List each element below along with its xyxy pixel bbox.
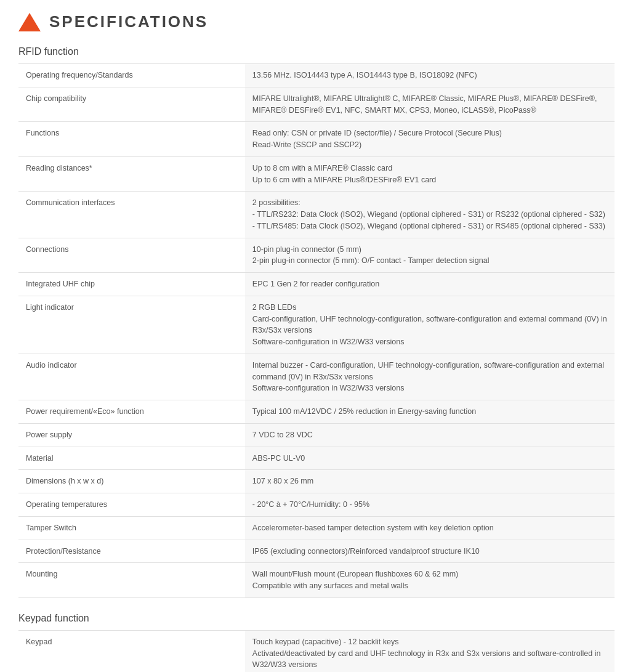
table-row: Protection/ResistanceIP65 (excluding con… [18,540,615,563]
rfid-table: Operating frequency/Standards13.56 MHz. … [18,63,615,598]
keypad-section-title: Keypad function [18,613,615,624]
row-label: Functions [18,122,245,157]
row-label: Dimensions (h x w x d) [18,470,245,493]
row-value: 13.56 MHz. ISO14443 type A, ISO14443 typ… [245,64,615,87]
row-value: 107 x 80 x 26 mm [245,470,615,493]
row-label: Keypad [18,630,245,672]
table-row: Dimensions (h x w x d)107 x 80 x 26 mm [18,470,615,493]
row-label: Mounting [18,563,245,598]
table-row: Power requirement/«Eco» functionTypical … [18,400,615,424]
row-value: 7 VDC to 28 VDC [245,423,615,447]
header-triangle-icon [18,13,41,31]
table-row: Operating frequency/Standards13.56 MHz. … [18,64,615,87]
row-value: ABS-PC UL-V0 [245,447,615,470]
row-label: Power requirement/«Eco» function [18,400,245,424]
row-value: Wall mount/Flush mount (European flushbo… [245,563,615,598]
table-row: Connections10-pin plug-in connector (5 m… [18,238,615,273]
row-value: Typical 100 mA/12VDC / 25% reduction in … [245,400,615,424]
page-title: SPECIFICATIONS [49,12,208,31]
row-label: Tamper Switch [18,516,245,540]
table-row: FunctionsRead only: CSN or private ID (s… [18,122,615,157]
table-row: Chip compatibilityMIFARE Ultralight®, MI… [18,87,615,122]
table-row: Power supply7 VDC to 28 VDC [18,423,615,447]
row-label: Audio indicator [18,354,245,400]
table-row: Audio indicatorInternal buzzer - Card-co… [18,354,615,400]
keypad-section: Keypad function KeypadTouch keypad (capa… [18,613,615,672]
row-value: Internal buzzer - Card-configuration, UH… [245,354,615,400]
row-value: Up to 8 cm with a MIFARE® Classic cardUp… [245,156,615,192]
row-label: Communication interfaces [18,192,245,238]
row-label: Chip compatibility [18,87,245,122]
row-value: IP65 (excluding connectors)/Reinforced v… [245,540,615,563]
row-value: 2 RGB LEDsCard-configuration, UHF techno… [245,296,615,354]
row-value: Accelerometer-based tamper detection sys… [245,516,615,540]
row-value: 10-pin plug-in connector (5 mm)2-pin plu… [245,238,615,273]
row-label: Connections [18,238,245,273]
row-label: Integrated UHF chip [18,273,245,296]
table-row: KeypadTouch keypad (capacitive) - 12 bac… [18,630,615,672]
row-value: Touch keypad (capacitive) - 12 backlit k… [245,630,615,672]
table-row: Tamper SwitchAccelerometer-based tamper … [18,516,615,540]
rfid-section-title: RFID function [18,46,615,57]
row-label: Material [18,447,245,470]
table-row: Light indicator2 RGB LEDsCard-configurat… [18,296,615,354]
row-value: 2 possibilities:- TTL/RS232: Data Clock … [245,192,615,238]
row-label: Power supply [18,423,245,447]
table-row: MountingWall mount/Flush mount (European… [18,563,615,598]
keypad-table: KeypadTouch keypad (capacitive) - 12 bac… [18,630,615,672]
row-label: Operating frequency/Standards [18,64,245,87]
row-label: Light indicator [18,296,245,354]
row-value: Read only: CSN or private ID (sector/fil… [245,122,615,157]
row-value: - 20°C à + 70°C/Humidity: 0 - 95% [245,493,615,517]
table-row: Integrated UHF chipEPC 1 Gen 2 for reade… [18,273,615,296]
table-row: Operating temperatures- 20°C à + 70°C/Hu… [18,493,615,517]
rfid-section: RFID function Operating frequency/Standa… [18,46,615,598]
table-row: Reading distances*Up to 8 cm with a MIFA… [18,156,615,192]
table-row: MaterialABS-PC UL-V0 [18,447,615,470]
row-value: EPC 1 Gen 2 for reader configuration [245,273,615,296]
table-row: Communication interfaces2 possibilities:… [18,192,615,238]
row-label: Reading distances* [18,156,245,192]
page-header: SPECIFICATIONS [18,12,615,31]
row-value: MIFARE Ultralight®, MIFARE Ultralight® C… [245,87,615,122]
row-label: Operating temperatures [18,493,245,517]
row-label: Protection/Resistance [18,540,245,563]
